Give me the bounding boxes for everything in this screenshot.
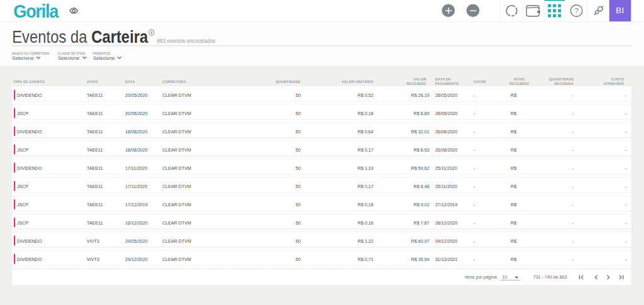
svg-text:?: ? <box>574 7 578 14</box>
svg-text:i: i <box>151 30 152 36</box>
